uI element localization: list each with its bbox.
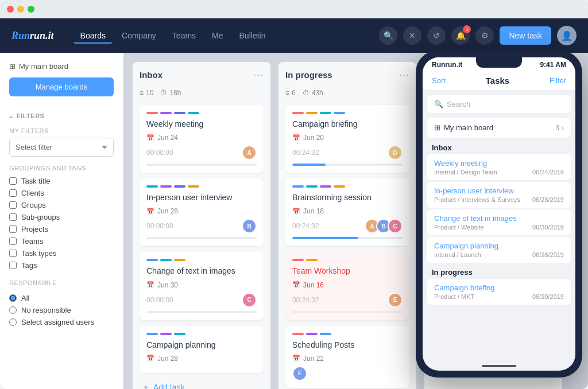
phone-task-sub: Internal / Launch 06/28/2019	[434, 251, 564, 258]
phone-task-item[interactable]: In-person user interview Product / Inter…	[427, 182, 571, 208]
nav-bulletin[interactable]: Bulletin	[233, 28, 273, 44]
tag-dot	[188, 112, 199, 114]
avatar: A	[242, 145, 257, 160]
close-button[interactable]	[7, 6, 14, 13]
tag-dot	[146, 259, 158, 261]
card-title: Scheduling Posts	[292, 340, 403, 350]
checkbox-projects[interactable]: Projects	[9, 223, 114, 235]
avatar: C	[388, 219, 403, 234]
avatar: B	[242, 219, 257, 234]
radio-no-responsible[interactable]: No responsible	[9, 304, 114, 316]
tag-dot	[160, 185, 172, 188]
phone-frame: Runrun.it ▲ WiFi 9:41 AM Sort Tasks Filt…	[416, 50, 582, 378]
responsible-label: RESPONSIBLE	[9, 279, 114, 286]
nav-boards[interactable]: Boards	[74, 28, 113, 44]
task-card[interactable]: Campaign briefing 📅 Jun 20 00:24:32 D	[285, 105, 409, 173]
phone-filter-link[interactable]: Filter	[550, 76, 566, 85]
phone-inbox-title: Inbox	[423, 140, 575, 154]
task-card[interactable]: Campaign planning 📅 Jun 28	[140, 326, 264, 373]
phone-task-item[interactable]: Change of text in images Product / Websi…	[427, 209, 571, 235]
phone-header: Sort Tasks Filter	[423, 71, 575, 91]
phone-task-item[interactable]: Campaign briefing Product / MKT 06/20/20…	[427, 279, 571, 305]
sidebar: ⊞ My main board Manage boards ≡ Filters …	[0, 53, 123, 389]
task-card[interactable]: In-person user interview 📅 Jun 28 00:00:…	[140, 178, 264, 246]
close-icon[interactable]: ✕	[403, 26, 421, 45]
checkbox-clients[interactable]: Clients	[9, 187, 114, 199]
phone-inprogress-title: In progress	[423, 264, 575, 279]
phone-board-item[interactable]: ⊞ My main board 3 ›	[427, 118, 571, 138]
phone-home-indicator[interactable]	[482, 365, 516, 367]
card-avatars: A B C	[365, 219, 403, 234]
phone-sort-link[interactable]: Sort	[432, 76, 446, 85]
card-date: 📅 Jun 28	[146, 355, 257, 363]
manage-boards-button[interactable]: Manage boards	[9, 77, 114, 96]
checkbox-subgroups[interactable]: Sub-groups	[9, 211, 114, 223]
radio-select-users[interactable]: Select assigned users	[9, 316, 114, 328]
in-progress-header: In progress ···	[285, 69, 409, 81]
phone-task-item[interactable]: Campaign planning Internal / Launch 06/2…	[427, 237, 571, 263]
maximize-button[interactable]	[28, 6, 34, 13]
phone-task-title: Change of text in images	[434, 214, 564, 223]
notifications-icon[interactable]: 🔔 1	[451, 26, 470, 45]
checkbox-task-title[interactable]: Task title	[9, 175, 114, 187]
card-title: In-person user interview	[146, 192, 257, 203]
history-icon[interactable]: ↺	[427, 26, 446, 45]
minimize-button[interactable]	[17, 6, 24, 13]
card-title: Change of text in images	[146, 266, 257, 276]
phone-task-sub: Internal / Design Team 06/24/2019	[434, 169, 564, 176]
nav-me[interactable]: Me	[205, 28, 230, 44]
add-task-inbox[interactable]: ＋Add task	[140, 379, 264, 389]
card-title: Campaign briefing	[292, 119, 403, 129]
phone-task-sub: Product / Interviews & Surveys 06/28/201…	[434, 196, 564, 203]
card-progress	[146, 237, 257, 239]
task-card[interactable]: Weekly meeting 📅 Jun 24 00:00:00 A	[140, 105, 264, 173]
my-filters-label: MY FILTERS	[9, 127, 114, 134]
card-date: 📅 Jun 22	[292, 355, 403, 363]
card-progress	[292, 311, 403, 313]
checkbox-tags[interactable]: Tags	[9, 259, 114, 271]
card-tags	[146, 333, 257, 335]
nav-links: Boards Company Teams Me Bulletin	[74, 28, 366, 44]
nav-teams[interactable]: Teams	[165, 28, 203, 44]
phone-board-name: My main board	[444, 123, 493, 132]
groupings-label: GROUPINGS AND TAGS	[9, 165, 114, 172]
filters-title: ≡ Filters	[9, 112, 114, 119]
tag-dot	[292, 185, 304, 188]
task-card[interactable]: Scheduling Posts 📅 Jun 22 F	[285, 326, 409, 388]
tag-dot	[320, 333, 331, 335]
top-navigation: Runrun.it Boards Company Teams Me Bullet…	[0, 18, 588, 53]
tag-dot	[146, 112, 158, 114]
settings-icon[interactable]: ⚙	[475, 26, 494, 45]
new-task-button[interactable]: New task	[500, 26, 551, 45]
card-title: Campaign planning	[146, 340, 257, 350]
search-icon[interactable]: 🔍	[379, 26, 397, 45]
phone-task-item[interactable]: Weekly meeting Internal / Design Team 06…	[427, 154, 571, 180]
phone-carrier: Runrun.it	[432, 61, 462, 69]
in-progress-menu[interactable]: ···	[399, 69, 409, 81]
tag-dot	[146, 185, 158, 188]
card-footer: 00:24:32 D	[292, 145, 403, 160]
checkbox-task-types[interactable]: Task types	[9, 247, 114, 259]
phone-task-sub: Product / MKT 06/20/2019	[434, 293, 564, 300]
task-card[interactable]: Brainstorming session 📅 Jun 18 00:24:32 …	[285, 178, 409, 246]
tag-dot	[174, 185, 185, 188]
progress-fill	[292, 164, 326, 166]
avatar: E	[388, 293, 403, 308]
task-card-overdue[interactable]: Team Workshop 📅 Jun 16 00:24:32 E	[285, 252, 409, 320]
checkbox-teams[interactable]: Teams	[9, 235, 114, 247]
card-tags	[146, 259, 257, 261]
tag-dot	[292, 259, 304, 261]
inbox-menu[interactable]: ···	[253, 69, 264, 81]
app-window: Runrun.it Boards Company Teams Me Bullet…	[0, 0, 588, 389]
filter-select[interactable]: Select filter	[9, 138, 114, 157]
tag-dot	[146, 333, 158, 335]
nav-company[interactable]: Company	[115, 28, 163, 44]
checkbox-groups[interactable]: Groups	[9, 199, 114, 211]
inbox-title: Inbox	[140, 70, 163, 80]
phone-search[interactable]: 🔍 Search	[427, 95, 571, 113]
progress-fill	[292, 237, 358, 239]
inbox-stats: ≡10 ⏱18h	[140, 89, 264, 97]
user-avatar[interactable]: 👤	[557, 26, 577, 45]
radio-all[interactable]: All	[9, 292, 114, 304]
task-card[interactable]: Change of text in images 📅 Jun 30 00:00:…	[140, 252, 264, 320]
